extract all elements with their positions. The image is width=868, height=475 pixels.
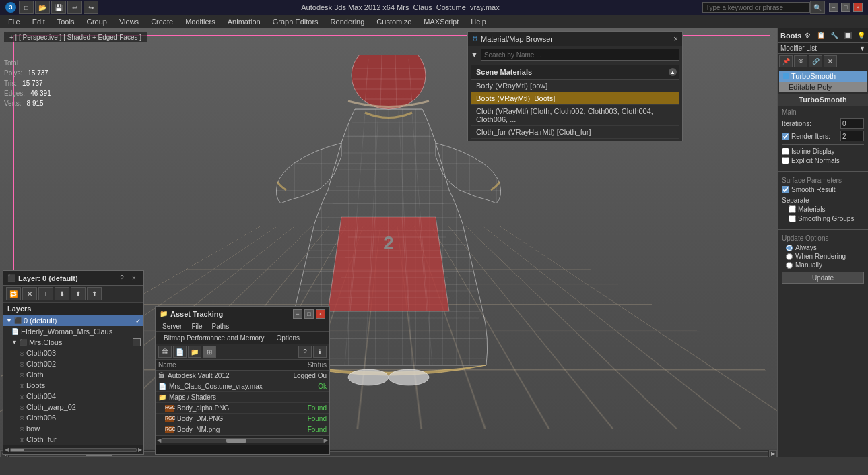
menu-group[interactable]: Group [81, 16, 112, 27]
layers-scrollbar[interactable]: ◀ ▶ [3, 445, 143, 454]
menu-file[interactable]: File [3, 16, 26, 27]
layer-item-cloth002[interactable]: ◎ Cloth002 [3, 358, 143, 369]
rp-icon3[interactable]: 🔧 [828, 30, 840, 42]
layers-scroll-left[interactable]: ◀ [5, 447, 9, 453]
at-minimize-btn[interactable]: − [293, 309, 302, 319]
rp-icon5[interactable]: 💡 [855, 30, 867, 42]
layer-add-btn[interactable]: + [38, 287, 53, 300]
at-maximize-btn[interactable]: □ [304, 309, 314, 319]
ts-smooth-result-checkbox[interactable] [782, 186, 789, 193]
rp-icon2[interactable]: 📋 [815, 30, 827, 42]
at-sub-bitmap[interactable]: Bitmap Performance and Memory [158, 334, 270, 342]
at-sub-options[interactable]: Options [271, 334, 305, 342]
menu-customize[interactable]: Customize [371, 16, 417, 27]
menu-create[interactable]: Create [145, 16, 178, 27]
modifier-list-dropdown[interactable]: ▼ [859, 45, 865, 52]
material-search-input[interactable] [481, 49, 679, 61]
material-item-body[interactable]: Body (VRayMtl) [bow] [471, 80, 679, 92]
at-help-btn[interactable]: ? [298, 346, 312, 358]
menu-maxscript[interactable]: MAXScript [418, 16, 464, 27]
at-row-body-nm[interactable]: RGC Body_NM.png Found [156, 424, 329, 435]
ts-render-iters-checkbox[interactable] [782, 133, 789, 140]
layers-help-btn[interactable]: ? [116, 273, 127, 284]
menu-animation[interactable]: Animation [222, 16, 266, 27]
layer-move-down-btn[interactable]: ⬇ [55, 287, 69, 300]
menu-help[interactable]: Help [465, 16, 492, 27]
layer-item-cloth[interactable]: ◎ Cloth [3, 369, 143, 380]
ts-when-rendering-radio[interactable] [786, 253, 793, 260]
at-scroll-right[interactable]: ▶ [324, 437, 328, 443]
ts-smoothing-groups-checkbox[interactable] [789, 215, 796, 222]
layer-refresh-btn[interactable]: 🔁 [6, 287, 21, 300]
layer-item-cloth003[interactable]: ◎ Cloth003 [3, 348, 143, 358]
menu-rendering[interactable]: Rendering [325, 16, 370, 27]
layer-item-elderly[interactable]: 📄 Elderly_Woman_Mrs_Claus [3, 326, 143, 337]
menu-graph-editors[interactable]: Graph Editors [267, 16, 324, 27]
scroll-right-arrow[interactable]: ▶ [769, 450, 777, 458]
layers-scroll-right[interactable]: ▶ [138, 447, 142, 453]
at-row-body-dm[interactable]: RGC Body_DM.PNG Found [156, 414, 329, 424]
modifier-turbosmooth[interactable]: TurboSmooth [779, 71, 867, 82]
rp-icon1[interactable]: ⚙ [801, 30, 813, 42]
new-btn[interactable]: □ [19, 1, 34, 14]
menu-tools[interactable]: Tools [52, 16, 80, 27]
maximize-button[interactable]: □ [841, 3, 850, 12]
ts-always-radio[interactable] [786, 245, 793, 251]
pin-stack-btn[interactable]: 📌 [779, 55, 793, 67]
ts-render-iters-input[interactable] [840, 131, 864, 141]
at-scroll-thumb[interactable] [226, 439, 246, 443]
save-btn[interactable]: 💾 [51, 1, 66, 14]
at-info-btn[interactable]: ℹ [313, 346, 327, 358]
layers-close-btn[interactable]: × [129, 273, 139, 284]
layer-move-up-btn[interactable]: ⬆ [71, 287, 86, 300]
close-button[interactable]: × [853, 3, 863, 12]
redo-btn[interactable]: ↪ [84, 1, 98, 14]
at-scrollbar[interactable]: ◀ ▶ [156, 435, 329, 445]
ts-explicit-normals-checkbox[interactable] [782, 157, 789, 164]
layer-move-up-all-btn[interactable]: ⬆ [87, 287, 102, 300]
modifier-editable-poly[interactable]: Editable Poly [779, 82, 867, 92]
at-folder-btn[interactable]: 📁 [188, 346, 201, 358]
undo-btn[interactable]: ↩ [67, 1, 82, 14]
at-menu-file[interactable]: File [187, 322, 206, 331]
at-close-btn[interactable]: × [316, 309, 325, 319]
scene-materials-collapse[interactable]: ▲ [669, 68, 677, 76]
layer-item-cloth006[interactable]: ◎ Cloth006 [3, 412, 143, 423]
search-icon[interactable]: 🔍 [810, 1, 825, 14]
material-browser-close[interactable]: × [673, 34, 678, 44]
layer-item-mrs-clous[interactable]: ▼ ⬛ Mrs.Clous [3, 337, 143, 348]
material-item-cloth-fur[interactable]: Cloth_fur (VRayHairMtl) [Cloth_fur] [471, 126, 679, 139]
at-row-max-file[interactable]: 📄 Mrs_Claus_Costume_vray.max Ok [156, 381, 329, 392]
ts-isoline-checkbox[interactable] [782, 148, 789, 155]
make-unique-btn[interactable]: 🔗 [809, 55, 822, 67]
material-item-boots[interactable]: Boots (VRayMtl) [Boots] [471, 92, 679, 105]
at-file-btn[interactable]: 📄 [173, 346, 187, 358]
at-menu-server[interactable]: Server [158, 322, 186, 331]
at-row-body-alpha[interactable]: RGC Body_alpha.PNG Found [156, 403, 329, 414]
open-btn[interactable]: 📂 [35, 1, 50, 14]
at-vault-btn[interactable]: 🏛 [158, 346, 172, 358]
layer-item-default[interactable]: ▼ ⬛ 0 (default) ✓ [3, 315, 143, 326]
ts-materials-checkbox[interactable] [789, 205, 796, 213]
show-result-btn[interactable]: 👁 [794, 55, 807, 67]
ts-iterations-input[interactable] [840, 118, 864, 129]
ts-manually-radio[interactable] [786, 262, 793, 269]
at-grid-btn[interactable]: ⊞ [203, 346, 216, 358]
layer-item-cloth-warp[interactable]: ◎ Cloth_warp_02 [3, 402, 143, 412]
layer-item-cloth-fur[interactable]: ◎ Cloth_fur [3, 434, 143, 445]
minimize-button[interactable]: − [829, 3, 838, 12]
rp-icon4[interactable]: 🔲 [842, 30, 854, 42]
layer-delete-btn[interactable]: ✕ [22, 287, 37, 300]
at-menu-paths[interactable]: Paths [208, 322, 234, 331]
remove-modifier-btn[interactable]: ✕ [824, 55, 837, 67]
search-input[interactable] [702, 2, 810, 13]
layer-item-bow[interactable]: ◎ bow [3, 423, 143, 434]
layers-scroll-thumb[interactable] [11, 449, 24, 451]
at-row-vault[interactable]: 🏛 Autodesk Vault 2012 Logged Ou [156, 371, 329, 381]
layer-item-boots[interactable]: ◎ Boots [3, 380, 143, 391]
menu-modifiers[interactable]: Modifiers [180, 16, 221, 27]
layers-scroll-track[interactable] [10, 448, 137, 452]
layer-item-cloth004[interactable]: ◎ Cloth004 [3, 391, 143, 402]
menu-views[interactable]: Views [114, 16, 144, 27]
at-row-maps-folder[interactable]: 📁 Maps / Shaders [156, 392, 329, 403]
